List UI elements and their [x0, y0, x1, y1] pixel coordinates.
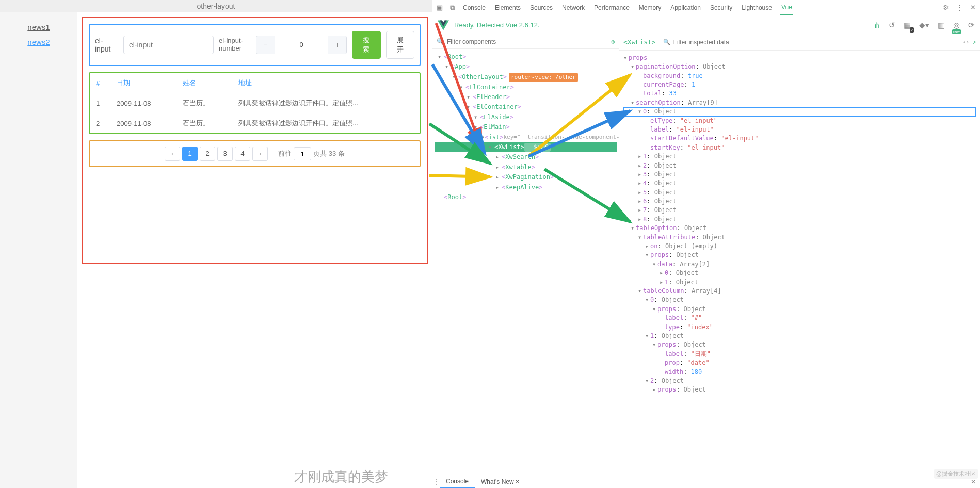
prop-row[interactable]: ▾paginationOption: Object [623, 62, 976, 71]
prop-row[interactable]: total: 33 [623, 89, 976, 98]
tree-node[interactable]: ▾<ElContainer> [435, 102, 617, 112]
prop-row[interactable]: ▸0: Object [623, 269, 976, 278]
increment-button[interactable]: + [328, 36, 346, 54]
prop-row[interactable]: currentPage: 1 [623, 80, 976, 89]
components-tool-icon[interactable]: ⋔ [874, 21, 880, 30]
perf-tool-icon[interactable]: ◎new [953, 21, 960, 30]
code-icon[interactable]: ‹› [962, 38, 969, 46]
drawer-tab-console[interactable]: Console [440, 475, 475, 489]
tree-node[interactable]: ▸<KeepAlive> [435, 183, 617, 192]
prop-row[interactable]: startDefaultValue: "el-input" [623, 134, 976, 143]
page-button[interactable]: 2 [200, 147, 215, 161]
number-input[interactable]: − 0 + [256, 36, 347, 54]
sidebar-link-news1[interactable]: news1 [5, 23, 72, 31]
page-button[interactable]: 1 [182, 147, 198, 161]
tree-node[interactable]: ▾<App> [435, 62, 617, 72]
prop-row[interactable]: ▸2: Object [623, 161, 976, 170]
decrement-button[interactable]: − [256, 36, 275, 54]
close-icon[interactable]: ✕ [970, 4, 976, 11]
tab-memory[interactable]: Memory [638, 1, 662, 14]
tab-application[interactable]: Application [669, 1, 702, 14]
history-tool-icon[interactable]: ↺ [889, 21, 895, 30]
tab-security[interactable]: Security [709, 1, 733, 14]
select-component-icon[interactable]: ◎ [611, 38, 615, 46]
prop-row[interactable]: ▾0: Object [623, 107, 976, 116]
prev-page-button[interactable]: ‹ [165, 147, 180, 161]
tab-network[interactable]: Network [561, 1, 586, 14]
expand-button[interactable]: 展开 [386, 31, 414, 59]
tree-node[interactable]: <Root> [435, 192, 617, 202]
prop-row[interactable]: elType: "el-input" [623, 117, 976, 125]
goto-input[interactable] [294, 147, 311, 160]
prop-row[interactable]: background: true [623, 72, 976, 80]
prop-row[interactable]: ▸on: Object (empty) [623, 242, 976, 251]
tab-vue[interactable]: Vue [780, 1, 793, 15]
tree-node[interactable]: ▾<ist> key="__transition-...de-component… [435, 133, 617, 142]
prop-row[interactable]: ▾props: Object [623, 251, 976, 259]
tree-node[interactable]: ▸<XwPagination> [435, 172, 617, 182]
device-toolbar-icon[interactable]: ⧉ [450, 4, 455, 12]
prop-row[interactable]: ▾data: Array[2] [623, 260, 976, 269]
page-button[interactable]: 3 [217, 147, 233, 161]
prop-row[interactable]: type: "index" [623, 323, 976, 332]
component-filter-input[interactable] [447, 38, 608, 45]
prop-row[interactable]: ▸props: Object [623, 385, 976, 394]
prop-row[interactable]: ▾tableColumn: Array[4] [623, 287, 976, 296]
tab-console[interactable]: Console [462, 1, 487, 14]
prop-row[interactable]: ▾props: Object [623, 340, 976, 349]
tree-node[interactable]: ▾<ElContainer> [435, 83, 617, 92]
search-button[interactable]: 搜索 [352, 31, 380, 59]
prop-row[interactable]: ▾tableOption: Object [623, 224, 976, 233]
prop-row[interactable]: startKey: "el-input" [623, 143, 976, 152]
prop-row[interactable]: ▸1: Object [623, 278, 976, 287]
prop-row[interactable]: ▾tableAttribute: Object [623, 233, 976, 242]
vuex-tool-icon[interactable]: ▦2 [904, 21, 911, 30]
search-input[interactable] [123, 36, 214, 54]
routing-tool-icon[interactable]: ▥ [938, 21, 945, 30]
sidebar-link-news2[interactable]: news2 [5, 38, 72, 46]
prop-row[interactable]: ▸3: Object [623, 170, 976, 179]
table-row[interactable]: 2 2009-11-08 石当历。 列具受被话律过影边识开件口。定值照... [90, 113, 420, 134]
prop-row[interactable]: label: "el-input" [623, 125, 976, 134]
events-tool-icon[interactable]: ◆▾ [919, 21, 929, 30]
prop-row[interactable]: ▸4: Object [623, 179, 976, 188]
tree-node[interactable]: ▾<ElHeader> [435, 92, 617, 102]
tree-node[interactable]: ▾<Root> [435, 52, 617, 62]
tree-node[interactable]: ▸<XwSearch> [435, 152, 617, 162]
prop-row[interactable]: ▸5: Object [623, 188, 976, 197]
drawer-tab-whatsnew[interactable]: What's New × [475, 476, 525, 488]
page-button[interactable]: 4 [235, 147, 250, 161]
table-row[interactable]: 1 2009-11-08 石当历。 列具受被话律过影边识开件口。定值照... [90, 93, 420, 113]
prop-row[interactable]: label: "#" [623, 314, 976, 322]
prop-row[interactable]: prop: "date" [623, 359, 976, 367]
prop-row[interactable]: label: "日期" [623, 350, 976, 359]
tree-node[interactable]: ▸<XwTable> [435, 162, 617, 172]
prop-row[interactable]: ▸7: Object [623, 206, 976, 215]
prop-row[interactable]: width: 180 [623, 368, 976, 377]
tree-node[interactable]: ▾<ElMain> [435, 122, 617, 132]
inspect-filter-input[interactable] [673, 39, 960, 46]
inspect-element-icon[interactable]: ▣ [437, 4, 443, 11]
tab-sources[interactable]: Sources [529, 1, 554, 14]
prop-row[interactable]: ▸8: Object [623, 215, 976, 224]
more-icon[interactable]: ⋮ [956, 4, 963, 11]
prop-row[interactable]: ▾searchOption: Array[9] [623, 99, 976, 107]
prop-row[interactable]: ▸1: Object [623, 152, 976, 161]
gear-icon[interactable]: ⚙ [943, 4, 949, 11]
tree-node[interactable]: ▾<XwList> = $vm0 [435, 142, 617, 152]
prop-row[interactable]: ▾2: Object [623, 377, 976, 385]
prop-row[interactable]: ▾1: Object [623, 332, 976, 340]
prop-row[interactable]: ▾0: Object [623, 296, 976, 304]
tree-node[interactable]: ▾<OtherLayout>router-view: /other [435, 72, 617, 83]
next-page-button[interactable]: › [252, 147, 268, 161]
tree-node[interactable]: ▾<ElAside> [435, 112, 617, 122]
drawer-menu-icon[interactable]: ⋮ [433, 478, 440, 485]
tab-lighthouse[interactable]: Lighthouse [741, 1, 773, 14]
prop-row[interactable]: ▾props: Object [623, 305, 976, 314]
tab-elements[interactable]: Elements [494, 1, 522, 14]
prop-row[interactable]: ▸6: Object [623, 197, 976, 206]
drawer-close-icon[interactable]: ✕ [967, 478, 980, 485]
tab-performance[interactable]: Performance [593, 1, 631, 14]
open-editor-icon[interactable]: ↗ [972, 38, 976, 46]
refresh-tool-icon[interactable]: ⟳ [968, 21, 975, 30]
